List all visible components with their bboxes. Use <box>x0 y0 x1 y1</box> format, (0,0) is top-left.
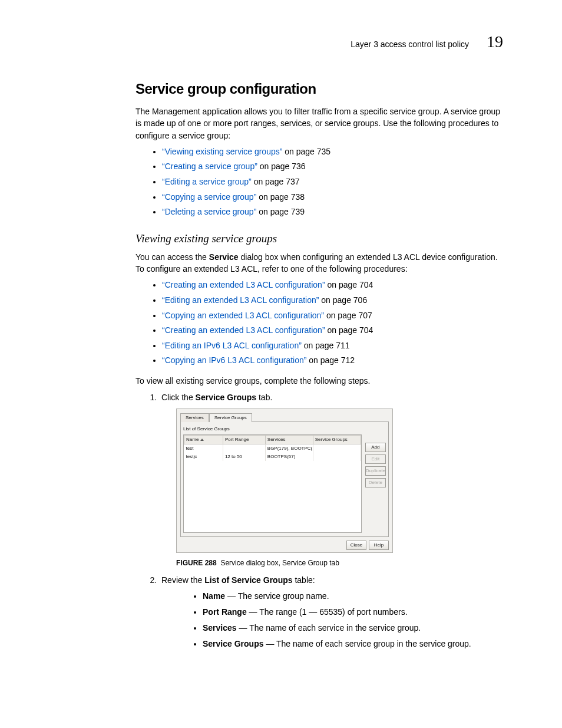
bold-text: Name <box>203 591 225 601</box>
link-suffix: on page 736 <box>257 162 306 171</box>
heading-viewing-groups: Viewing existing service groups <box>135 232 503 245</box>
list-item: “Editing an IPv6 L3 ACL configuration” o… <box>162 340 503 352</box>
xref-link[interactable]: “Editing an extended L3 ACL configuratio… <box>162 295 319 305</box>
col-label: Name <box>186 437 199 442</box>
text: Click the <box>161 393 196 402</box>
text: tab. <box>256 393 272 402</box>
col-port-range[interactable]: Port Range <box>223 436 265 444</box>
list-item: “Creating a service group” on page 736 <box>162 161 503 173</box>
xref-link[interactable]: “Deleting a service group” <box>162 207 256 216</box>
cell-groups <box>313 444 361 453</box>
dialog-bottom-buttons: Close Help <box>180 541 389 550</box>
link-suffix: on page 738 <box>256 192 305 202</box>
delete-button[interactable]: Delete <box>365 478 386 487</box>
tab-services[interactable]: Services <box>180 413 209 422</box>
xref-link[interactable]: “Viewing existing service groups” <box>162 147 282 156</box>
link-suffix: on page 706 <box>319 295 367 305</box>
bold-text: Service Groups <box>196 393 257 402</box>
cell-services: BOOTPS(67) <box>265 453 313 461</box>
chapter-number: 19 <box>487 32 503 51</box>
xref-link[interactable]: “Creating an extended L3 ACL configurati… <box>162 325 325 335</box>
service-groups-table[interactable]: Name Port Range Services Service Groups <box>183 434 362 533</box>
sort-asc-icon <box>200 439 204 441</box>
text: Review the <box>161 575 204 585</box>
duplicate-button[interactable]: Duplicate <box>365 466 386 476</box>
list-item: Services — The name of each service in t… <box>203 622 503 634</box>
service-dialog: Services Service Groups List of Service … <box>176 409 393 553</box>
header-section: Layer 3 access control list policy <box>351 39 469 49</box>
xref-link[interactable]: “Editing an IPv6 L3 ACL configuration” <box>162 341 302 350</box>
dialog-tabs: Services Service Groups <box>180 413 389 421</box>
bold-text: Service <box>209 252 239 262</box>
link-suffix: on page 704 <box>325 280 373 289</box>
list-item: “Copying an IPv6 L3 ACL configuration” o… <box>162 355 503 367</box>
text: — The service group name. <box>225 591 329 601</box>
grid-wrap: Name Port Range Services Service Groups <box>183 434 386 533</box>
link-suffix: on page 707 <box>324 311 372 320</box>
figure-caption: FIGURE 288 Service dialog box, Service G… <box>176 558 503 568</box>
xref-link[interactable]: “Editing a service group” <box>162 177 252 186</box>
list-item: “Editing a service group” on page 737 <box>162 176 503 188</box>
cell-port-range <box>223 444 265 453</box>
cell-services: BGP(179), BOOTPC(... <box>265 444 313 453</box>
col-service-groups[interactable]: Service Groups <box>313 436 361 444</box>
cell-name: testjc <box>184 453 223 461</box>
list-item: Port Range — The range (1 — 65535) of po… <box>203 606 503 618</box>
figure-title: Service dialog box, Service Group tab <box>220 559 339 567</box>
list-item: “Copying a service group” on page 738 <box>162 192 503 203</box>
text: — The range (1 — 65535) of port numbers. <box>247 607 408 617</box>
list-item: “Copying an extended L3 ACL configuratio… <box>162 310 503 322</box>
dialog-side-buttons: Add Edit Duplicate Delete <box>365 434 386 533</box>
list-item: “Viewing existing service groups” on pag… <box>162 146 503 158</box>
list-item: “Editing an extended L3 ACL configuratio… <box>162 295 503 307</box>
text: table: <box>293 575 315 585</box>
bold-text: Services <box>203 623 237 633</box>
paragraph: To view all existing service groups, com… <box>135 375 503 387</box>
bold-text: Service Groups <box>203 639 264 648</box>
dialog-panel: List of Service Groups Name <box>180 421 389 537</box>
text: — The name of each service in the servic… <box>237 623 421 633</box>
xref-link[interactable]: “Copying an extended L3 ACL configuratio… <box>162 311 324 320</box>
bold-text: List of Service Groups <box>204 575 292 585</box>
figure-number: FIGURE 288 <box>176 559 217 567</box>
figure-block: Services Service Groups List of Service … <box>176 409 503 568</box>
intro-paragraph: The Management application allows you to… <box>135 106 503 141</box>
steps-list: Click the Service Groups tab. Services S… <box>135 391 503 650</box>
cell-port-range: 12 to 50 <box>223 453 265 461</box>
link-suffix: on page 737 <box>252 177 300 186</box>
procedures-list: “Viewing existing service groups” on pag… <box>135 146 503 218</box>
link-suffix: on page 704 <box>325 325 373 335</box>
page: Layer 3 access control list policy 19 Se… <box>0 0 562 728</box>
cell-groups <box>313 453 361 461</box>
col-name[interactable]: Name <box>184 436 223 444</box>
cell-name: test <box>184 444 223 453</box>
add-button[interactable]: Add <box>365 443 386 452</box>
xref-link[interactable]: “Copying an IPv6 L3 ACL configuration” <box>162 355 306 365</box>
close-button[interactable]: Close <box>346 541 366 550</box>
text: You can access the <box>135 252 209 262</box>
paragraph: You can access the Service dialog box wh… <box>135 251 503 275</box>
table-header-row: Name Port Range Services Service Groups <box>184 436 361 444</box>
help-button[interactable]: Help <box>369 541 389 550</box>
heading-service-group-config: Service group configuration <box>135 81 503 97</box>
list-item: Name — The service group name. <box>203 590 503 602</box>
link-suffix: on page 739 <box>256 207 305 216</box>
step-1: Click the Service Groups tab. Services S… <box>159 391 503 568</box>
running-header: Layer 3 access control list policy 19 <box>135 32 503 51</box>
edit-button[interactable]: Edit <box>365 454 386 464</box>
acl-links-list: “Creating an extended L3 ACL configurati… <box>135 279 503 367</box>
table-row[interactable]: testjc 12 to 50 BOOTPS(67) <box>184 453 361 461</box>
xref-link[interactable]: “Creating an extended L3 ACL configurati… <box>162 280 325 289</box>
tab-service-groups[interactable]: Service Groups <box>209 413 252 422</box>
list-item: Service Groups — The name of each servic… <box>203 638 503 650</box>
list-item: “Creating an extended L3 ACL configurati… <box>162 279 503 291</box>
col-services[interactable]: Services <box>265 436 313 444</box>
xref-link[interactable]: “Creating a service group” <box>162 162 257 171</box>
xref-link[interactable]: “Copying a service group” <box>162 192 256 202</box>
list-item: “Deleting a service group” on page 739 <box>162 206 503 218</box>
table-row[interactable]: test BGP(179), BOOTPC(... <box>184 444 361 453</box>
link-suffix: on page 711 <box>302 341 350 350</box>
list-item: “Creating an extended L3 ACL configurati… <box>162 325 503 337</box>
step2-sublist: Name — The service group name. Port Rang… <box>161 590 503 650</box>
list-label: List of Service Groups <box>183 426 386 433</box>
